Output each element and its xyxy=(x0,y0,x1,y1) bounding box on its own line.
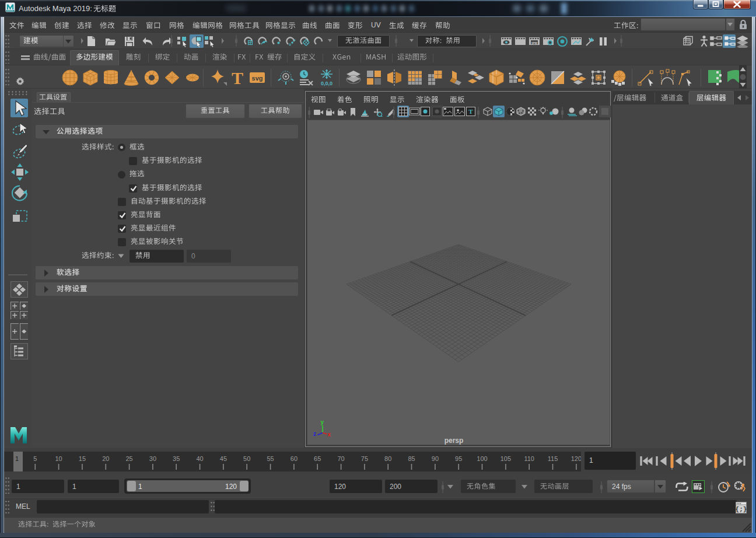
svg-text:{;}: {;} xyxy=(736,506,747,513)
svg-text:T: T xyxy=(232,68,243,87)
svg-text:0,0,0: 0,0,0 xyxy=(321,81,332,86)
svg-text:40: 40 xyxy=(196,455,203,462)
svg-text:45: 45 xyxy=(220,455,227,462)
svg-text:120: 120 xyxy=(571,455,581,462)
svg-text:110: 110 xyxy=(524,455,534,462)
svg-text:100: 100 xyxy=(477,455,487,462)
svg-text:5: 5 xyxy=(33,455,37,462)
svg-text:z: z xyxy=(313,431,316,437)
svg-text:y: y xyxy=(321,419,324,425)
svg-text:x: x xyxy=(328,431,331,438)
svg-text:25: 25 xyxy=(125,455,132,462)
svg-text:80: 80 xyxy=(384,455,391,462)
svg-text:T: T xyxy=(468,108,473,115)
svg-text:10: 10 xyxy=(55,455,62,462)
svg-text:20: 20 xyxy=(102,455,109,462)
svg-text:95: 95 xyxy=(455,455,462,462)
svg-text:35: 35 xyxy=(173,455,180,462)
svg-text:30: 30 xyxy=(149,455,156,462)
svg-text:75: 75 xyxy=(361,455,368,462)
svg-text:115: 115 xyxy=(548,455,558,462)
svg-text:55: 55 xyxy=(267,455,274,462)
svg-text:70: 70 xyxy=(337,455,344,462)
svg-text:15: 15 xyxy=(79,455,86,462)
svg-text:svg: svg xyxy=(252,75,263,82)
svg-text:65: 65 xyxy=(314,455,321,462)
svg-text:105: 105 xyxy=(501,455,511,462)
svg-text:50: 50 xyxy=(243,455,250,462)
svg-text:60: 60 xyxy=(290,455,298,462)
svg-text:90: 90 xyxy=(432,455,439,462)
svg-text:IPR: IPR xyxy=(531,41,538,45)
svg-text:85: 85 xyxy=(408,455,415,462)
